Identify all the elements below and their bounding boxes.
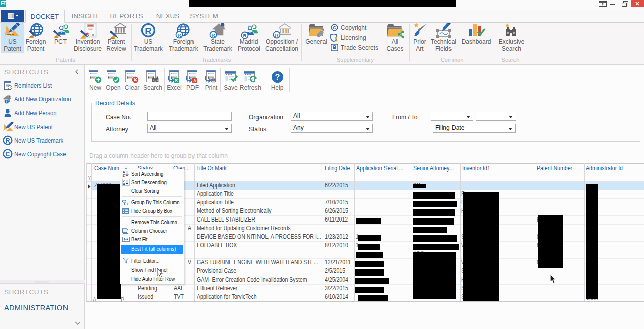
svg-text:A: A: [122, 170, 125, 174]
svg-text:A: A: [123, 182, 125, 186]
svg-text:R: R: [275, 32, 278, 38]
svg-text:A: A: [193, 79, 196, 82]
svg-text:?: ?: [275, 73, 280, 81]
svg-text:R: R: [145, 26, 152, 36]
svg-text:i: i: [6, 100, 7, 104]
svg-text:R: R: [211, 32, 215, 38]
svg-text:R: R: [243, 33, 246, 38]
svg-text:R: R: [5, 137, 10, 144]
svg-text:R: R: [177, 32, 181, 38]
svg-text:Z: Z: [123, 174, 125, 177]
svg-text:C: C: [6, 151, 10, 158]
svg-text:C: C: [333, 25, 336, 30]
